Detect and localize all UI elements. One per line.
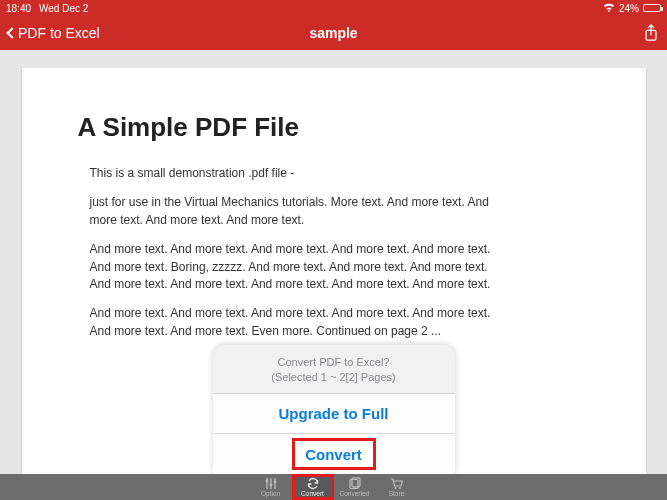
- tab-store[interactable]: Store: [376, 474, 418, 500]
- convert-button[interactable]: Convert: [213, 434, 455, 474]
- cart-icon: [390, 477, 404, 490]
- document-paragraph: This is a small demonstration .pdf file …: [90, 165, 508, 182]
- status-time: 18:40: [6, 3, 31, 14]
- battery-icon: [643, 4, 661, 12]
- chevron-left-icon: [6, 27, 17, 38]
- svg-point-7: [399, 487, 401, 489]
- document-paragraph: And more text. And more text. And more t…: [90, 305, 508, 340]
- svg-point-6: [394, 487, 396, 489]
- share-icon: [643, 24, 659, 42]
- files-icon: [348, 477, 362, 490]
- tab-bar: Option Convert Converted Store: [0, 474, 667, 500]
- tab-convert[interactable]: Convert: [292, 474, 334, 500]
- tab-label: Option: [261, 490, 280, 497]
- svg-point-3: [273, 481, 276, 484]
- svg-point-1: [265, 480, 268, 483]
- app-root: 18:40 Wed Dec 2 24% PDF to Excel sample …: [0, 0, 667, 500]
- tab-label: Converted: [340, 490, 370, 497]
- document-heading: A Simple PDF File: [78, 112, 590, 143]
- share-button[interactable]: [643, 24, 659, 42]
- upgrade-label: Upgrade to Full: [279, 405, 389, 422]
- document-paragraph: And more text. And more text. And more t…: [90, 241, 508, 293]
- sliders-icon: [264, 477, 278, 490]
- document-paragraph: just for use in the Virtual Mechanics tu…: [90, 194, 508, 229]
- refresh-icon: [306, 477, 320, 490]
- battery-pct: 24%: [619, 3, 639, 14]
- tab-option[interactable]: Option: [250, 474, 292, 500]
- tab-label: Store: [389, 490, 405, 497]
- page-title: sample: [0, 25, 667, 41]
- sheet-subtitle: (Selected 1 ~ 2[2] Pages): [223, 370, 445, 385]
- wifi-icon: [603, 3, 615, 14]
- back-button[interactable]: PDF to Excel: [8, 25, 100, 41]
- sheet-header: Convert PDF to Excel? (Selected 1 ~ 2[2]…: [213, 345, 455, 394]
- upgrade-button[interactable]: Upgrade to Full: [213, 394, 455, 434]
- sheet-title: Convert PDF to Excel?: [223, 355, 445, 370]
- convert-action-sheet: Convert PDF to Excel? (Selected 1 ~ 2[2]…: [213, 345, 455, 474]
- svg-point-2: [269, 484, 272, 487]
- tab-converted[interactable]: Converted: [334, 474, 376, 500]
- back-label: PDF to Excel: [18, 25, 100, 41]
- nav-bar: PDF to Excel sample: [0, 16, 667, 50]
- status-bar: 18:40 Wed Dec 2 24%: [0, 0, 667, 16]
- status-date: Wed Dec 2: [39, 3, 88, 14]
- convert-label: Convert: [305, 446, 362, 463]
- tab-label: Convert: [301, 490, 324, 497]
